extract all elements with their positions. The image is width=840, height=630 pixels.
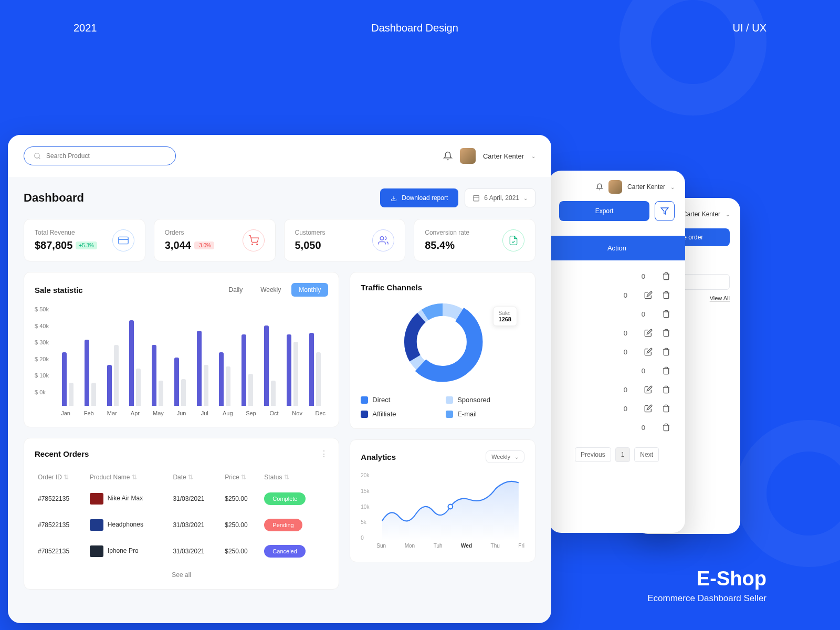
- avatar[interactable]: [460, 148, 476, 164]
- bar-group: [219, 352, 234, 406]
- edit-icon[interactable]: [644, 348, 653, 356]
- table-row[interactable]: #78522135Nike Air Max31/03/2021$250.00Co…: [36, 486, 327, 511]
- tab-daily[interactable]: Daily: [221, 283, 250, 297]
- trash-icon[interactable]: [662, 385, 670, 394]
- see-all-link[interactable]: See all: [35, 571, 328, 579]
- hdr-title: Dashboard Design: [371, 22, 458, 34]
- avatar[interactable]: [608, 180, 622, 194]
- search-icon: [34, 152, 41, 160]
- bell-icon[interactable]: [443, 151, 453, 161]
- chevron-down-icon[interactable]: ⌄: [670, 184, 675, 190]
- list-row: 0: [549, 304, 685, 323]
- col-header[interactable]: Product Name ⇅: [88, 469, 170, 485]
- stat-icon: [112, 229, 134, 251]
- bar-group: [152, 345, 167, 406]
- stat-card: Orders3,044-3.0%: [154, 219, 276, 261]
- trash-icon[interactable]: [662, 291, 670, 299]
- bar-group: [287, 334, 302, 406]
- stat-card: Customers5,050: [284, 219, 406, 261]
- edit-icon[interactable]: [644, 385, 653, 394]
- tab-monthly[interactable]: Monthly: [291, 283, 328, 297]
- col-header[interactable]: Price ⇅: [223, 469, 261, 485]
- hdr-year: 2021: [74, 22, 97, 34]
- page-title: Dashboard: [24, 191, 84, 205]
- stat-label: Conversion rate: [425, 229, 469, 236]
- bell-icon[interactable]: [596, 183, 603, 191]
- svg-point-16: [448, 505, 453, 509]
- table-row[interactable]: #78522135Headphones31/03/2021$250.00Pend…: [36, 512, 327, 538]
- pag-1[interactable]: 1: [615, 447, 631, 462]
- date-picker-button[interactable]: 6 April, 2021 ⌄: [465, 188, 536, 207]
- trash-icon[interactable]: [662, 329, 670, 337]
- bar-group: [62, 352, 77, 406]
- list-row: 0: [549, 399, 685, 418]
- svg-point-1: [35, 153, 39, 158]
- list-row: 0: [549, 380, 685, 399]
- tab-weekly[interactable]: Weekly: [253, 283, 288, 297]
- table-row[interactable]: #78522135Iphone Pro31/03/2021$250.00Canc…: [36, 539, 327, 564]
- list-row: 0: [549, 342, 685, 361]
- legend-item: Affilliate: [361, 410, 439, 418]
- username: Carter Kenter: [682, 211, 720, 218]
- search-input[interactable]: [46, 152, 166, 160]
- orders-title: Recent Orders: [35, 449, 89, 458]
- search-box[interactable]: [24, 146, 176, 165]
- chevron-down-icon[interactable]: ⌄: [726, 212, 730, 217]
- status-badge: Pending: [264, 519, 302, 531]
- bar-group: [174, 358, 190, 406]
- list-row: 0: [549, 418, 685, 437]
- analytics-range-button[interactable]: Weekly ⌄: [486, 450, 524, 463]
- bar-group: [264, 326, 279, 406]
- trash-icon[interactable]: [662, 272, 670, 280]
- stat-icon: [372, 229, 394, 251]
- chevron-down-icon[interactable]: ⌄: [531, 153, 536, 159]
- donut-tooltip: Sale: 1268: [493, 307, 517, 326]
- footer-sub: Ecommerce Dashboard Seller: [647, 593, 766, 604]
- stat-value: 5,050: [295, 239, 326, 251]
- svg-marker-0: [661, 208, 668, 214]
- legend-item: E-mail: [446, 410, 524, 418]
- svg-rect-3: [474, 195, 479, 201]
- trash-icon[interactable]: [662, 310, 670, 318]
- col-header[interactable]: Order ID ⇅: [36, 469, 87, 485]
- trash-icon[interactable]: [662, 366, 670, 375]
- bar-group: [197, 331, 212, 406]
- card-export: Carter Kenter ⌄ Export Action 000000000 …: [549, 171, 685, 533]
- stat-icon: [243, 229, 265, 251]
- pag-prev[interactable]: Previous: [575, 447, 611, 462]
- stat-value: $87,805+5.3%: [35, 239, 97, 251]
- trash-icon[interactable]: [662, 423, 670, 432]
- trash-icon[interactable]: [662, 404, 670, 413]
- sale-title: Sale statistic: [35, 286, 83, 295]
- stat-label: Orders: [165, 229, 214, 236]
- donut-chart: [398, 297, 487, 386]
- stat-value: 3,044-3.0%: [165, 239, 214, 251]
- list-row: 0: [549, 286, 685, 304]
- username: Carter Kenter: [627, 183, 665, 191]
- col-header[interactable]: Status ⇅: [262, 469, 327, 485]
- list-row: 0: [549, 267, 685, 286]
- analytics-panel: Analytics Weekly ⌄ 20k15k10k5k0 SunMonTu…: [350, 439, 536, 562]
- svg-line-2: [39, 158, 40, 159]
- edit-icon[interactable]: [644, 404, 653, 413]
- export-button[interactable]: Export: [559, 201, 649, 221]
- bar-group: [85, 340, 100, 406]
- more-icon[interactable]: ⋮: [320, 449, 328, 459]
- calendar-icon: [472, 194, 480, 202]
- stat-label: Total Revenue: [35, 229, 97, 236]
- download-report-button[interactable]: Download report: [380, 188, 458, 207]
- pag-next[interactable]: Next: [634, 447, 659, 462]
- svg-point-11: [380, 236, 384, 240]
- col-header[interactable]: Date ⇅: [171, 469, 222, 485]
- bar-group: [242, 334, 257, 406]
- trash-icon[interactable]: [662, 348, 670, 356]
- bar-group: [107, 345, 122, 406]
- filter-button[interactable]: [655, 201, 675, 221]
- stat-label: Customers: [295, 229, 326, 236]
- traffic-channels-panel: Traffic Channels Sale: 1268: [350, 272, 536, 429]
- edit-icon[interactable]: [644, 329, 653, 337]
- traffic-title: Traffic Channels: [361, 283, 422, 292]
- edit-icon[interactable]: [644, 291, 653, 299]
- analytics-title: Analytics: [361, 453, 396, 461]
- legend-item: Sponsored: [446, 396, 524, 404]
